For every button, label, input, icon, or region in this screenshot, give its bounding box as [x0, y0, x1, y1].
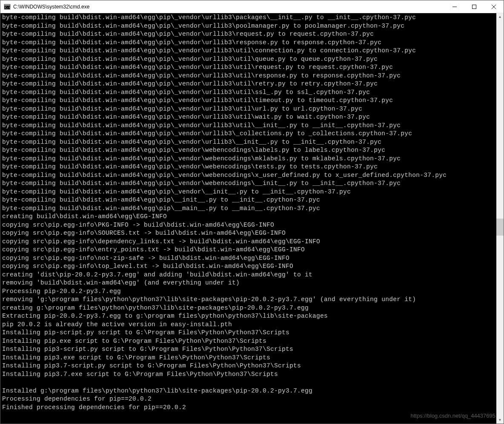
svg-text:C:\: C:\ — [5, 6, 11, 9]
window-controls — [445, 0, 504, 13]
scrollbar-track[interactable] — [496, 20, 504, 416]
vertical-scrollbar[interactable]: ▲ ▼ — [496, 13, 504, 424]
svg-rect-4 — [472, 5, 476, 9]
window-title: C:\WINDOWS\system32\cmd.exe — [13, 4, 445, 10]
scrollbar-thumb[interactable] — [496, 219, 504, 236]
scroll-down-arrow[interactable]: ▼ — [496, 416, 504, 424]
cmd-window: C:\ C:\WINDOWS\system32\cmd.exe byte-com… — [0, 0, 504, 424]
svg-rect-1 — [5, 5, 10, 6]
titlebar[interactable]: C:\ C:\WINDOWS\system32\cmd.exe — [0, 0, 504, 13]
terminal-output[interactable]: byte-compiling build\bdist.win-amd64\egg… — [0, 13, 496, 424]
close-button[interactable] — [484, 0, 504, 13]
scroll-up-arrow[interactable]: ▲ — [496, 13, 504, 20]
terminal-area: byte-compiling build\bdist.win-amd64\egg… — [0, 13, 504, 424]
maximize-button[interactable] — [464, 0, 484, 13]
cmd-icon: C:\ — [4, 3, 11, 10]
minimize-button[interactable] — [445, 0, 464, 13]
